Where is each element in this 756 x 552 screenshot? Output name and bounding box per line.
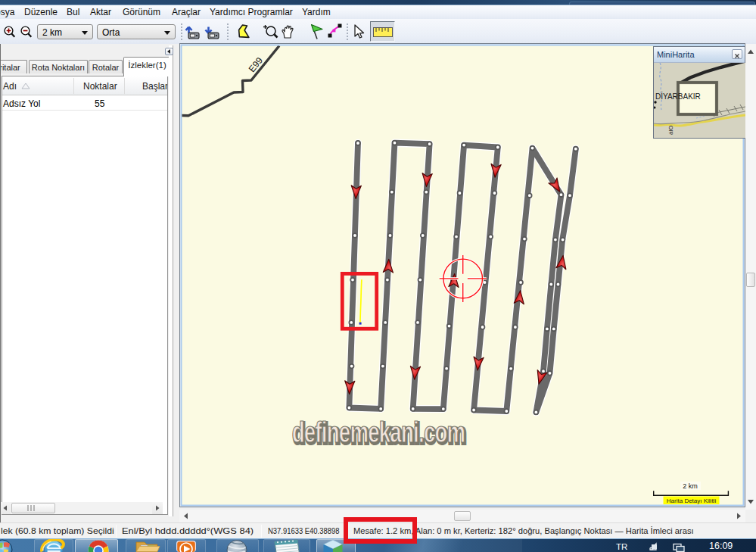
svg-text:ȧlO: ȧlO xyxy=(667,126,674,135)
svg-text:Harita Detayı Kilitli: Harita Detayı Kilitli xyxy=(667,497,717,504)
svg-text:DİYARBAKIR: DİYARBAKIR xyxy=(655,92,701,101)
svg-text:2 km: 2 km xyxy=(683,482,698,490)
svg-text:definemekani.com: definemekani.com xyxy=(292,416,465,448)
